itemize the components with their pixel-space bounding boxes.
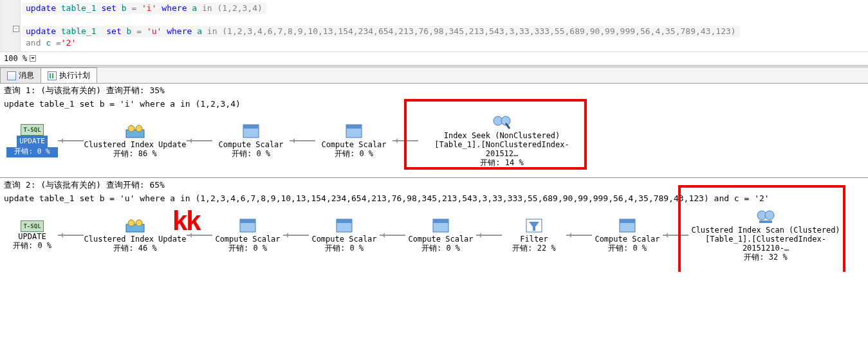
plan-node-name: Compute Scalar: [309, 235, 380, 244]
tab-messages-label: 消息: [19, 70, 34, 81]
query1-header-line2: update table_1 set b = 'i' where a in (1…: [0, 97, 868, 111]
plan-node-compute-scalar[interactable]: Compute Scalar 开销: 0 %: [212, 123, 290, 158]
plan-node-name: Clustered Index Update: [84, 235, 187, 244]
plan-node-compute-scalar[interactable]: Compute Scalar 开销: 0 %: [309, 218, 380, 253]
zoom-bar: 100 %: [0, 51, 868, 65]
query-block-1: 查询 1: (与该批有关的) 查询开销: 35% update table_1 …: [0, 84, 868, 178]
svg-rect-20: [620, 219, 635, 223]
sql-line-1[interactable]: update table_1 set b = 'i' where a in (1…: [22, 3, 266, 14]
plan-arrow-icon: [58, 134, 84, 147]
compute-scalar-icon: [237, 218, 258, 233]
plan-node-name: Clustered Index Scan (Clustered): [688, 226, 843, 235]
plan-node-cost: 开销: 0 %: [212, 149, 290, 158]
plan-node-name: Compute Scalar: [212, 235, 283, 244]
tsql-icon: T-SQL: [21, 220, 43, 232]
plan-arrow-icon: [663, 229, 688, 242]
plan-node-name: Compute Scalar: [315, 140, 392, 149]
messages-icon: [7, 71, 16, 80]
plan-node-update[interactable]: T-SQL UPDATE 开销: 0 %: [6, 220, 58, 250]
compute-scalar-icon: [241, 123, 261, 139]
compute-scalar-icon: [430, 218, 451, 233]
plan-node-clustered-scan[interactable]: Clustered Index Scan (Clustered) [Table_…: [688, 209, 843, 262]
plan-node-cost: 开销: 14 %: [418, 158, 586, 167]
sql-editor[interactable]: - update table_1 set b = 'i' where a in …: [0, 0, 868, 51]
plan-node-cost: 开销: 0 %: [315, 149, 392, 158]
plan-node-compute-scalar[interactable]: Compute Scalar 开销: 0 %: [315, 123, 392, 158]
plan-node-cost: 开销: 0 %: [6, 147, 58, 157]
compute-scalar-icon: [334, 218, 355, 233]
execution-plan-icon: [48, 71, 57, 80]
plan-node-cost: 开销: 22 %: [502, 244, 566, 253]
query2-header-line2: update table_1 set b = 'u' where a in (1…: [0, 192, 868, 205]
collapse-icon[interactable]: -: [13, 26, 19, 32]
execution-plan-panel[interactable]: 查询 1: (与该批有关的) 查询开销: 35% update table_1 …: [0, 84, 868, 272]
update-label: UPDATE: [17, 136, 48, 147]
svg-point-2: [136, 125, 142, 132]
svg-rect-6: [346, 125, 362, 129]
plan-node-sub: [Table_1].[NonClusteredIndex-201512…: [418, 140, 586, 158]
clustered-update-icon: [125, 123, 145, 139]
query2-header-line1: 查询 2: (与该批有关的) 查询开销: 65%: [0, 178, 868, 192]
compute-scalar-icon: [617, 218, 638, 233]
editor-gutter: -: [3, 0, 21, 51]
plan-node-clustered-update[interactable]: Clustered Index Update 开销: 46 %: [84, 218, 187, 253]
sql-line-3[interactable]: and c ='2': [22, 37, 868, 49]
plan-node-name: Index Seek (NonClustered): [418, 131, 586, 140]
svg-point-1: [128, 125, 134, 132]
query2-plan-row: T-SQL UPDATE 开销: 0 % Clustered Index Upd…: [0, 205, 868, 265]
plan-node-sub: [Table_1].[ClusteredIndex-20151210-…: [688, 235, 843, 253]
tab-messages[interactable]: 消息: [0, 67, 41, 83]
plan-node-compute-scalar[interactable]: Compute Scalar 开销: 0 %: [212, 218, 283, 253]
plan-node-compute-scalar[interactable]: Compute Scalar 开销: 0 %: [592, 218, 663, 253]
sql-line-2[interactable]: update table_1 set b = 'u' where a in (1…: [22, 26, 740, 37]
svg-rect-4: [243, 125, 259, 129]
plan-node-cost: 开销: 0 %: [309, 244, 380, 253]
query1-header-line1: 查询 1: (与该批有关的) 查询开销: 35%: [0, 84, 868, 97]
plan-arrow-icon: [392, 134, 418, 147]
plan-node-cost: 开销: 86 %: [84, 149, 187, 158]
plan-node-clustered-update[interactable]: Clustered Index Update 开销: 86 %: [84, 123, 187, 158]
svg-rect-15: [337, 219, 352, 223]
plan-node-cost: 开销: 0 %: [592, 244, 663, 253]
plan-arrow-icon: [58, 229, 84, 242]
plan-node-name: Compute Scalar: [405, 235, 476, 244]
svg-point-22: [765, 211, 774, 220]
plan-node-cost: 开销: 32 %: [688, 253, 843, 262]
plan-arrow-icon: [283, 229, 309, 242]
query-block-2: 查询 2: (与该批有关的) 查询开销: 65% update table_1 …: [0, 178, 868, 272]
tab-execution-plan[interactable]: 执行计划: [41, 67, 97, 83]
plan-arrow-icon: [566, 229, 592, 242]
zoom-dropdown-icon[interactable]: [30, 55, 36, 62]
svg-rect-17: [433, 219, 448, 223]
compute-scalar-icon: [344, 123, 364, 139]
svg-point-11: [136, 220, 142, 226]
svg-point-10: [128, 220, 134, 226]
plan-node-cost: 开销: 0 %: [6, 241, 58, 250]
plan-arrow-icon: [476, 229, 502, 242]
plan-node-compute-scalar[interactable]: Compute Scalar 开销: 0 %: [405, 218, 476, 253]
plan-arrow-icon: [290, 134, 315, 147]
plan-node-name: Filter: [502, 235, 566, 244]
plan-node-name: Compute Scalar: [592, 235, 663, 244]
filter-icon: [524, 218, 544, 233]
plan-arrow-icon: [187, 229, 212, 242]
plan-arrow-icon: [380, 229, 405, 242]
plan-node-cost: 开销: 46 %: [84, 244, 187, 253]
plan-node-name: Compute Scalar: [212, 140, 290, 149]
zoom-level: 100 %: [4, 54, 27, 63]
svg-rect-23: [759, 220, 772, 223]
query1-plan-row: T-SQL UPDATE 开销: 0 % Clustered Index Upd…: [0, 111, 868, 171]
update-label: UPDATE: [6, 232, 58, 241]
plan-node-index-seek[interactable]: Index Seek (NonClustered) [Table_1].[Non…: [418, 114, 586, 167]
plan-node-update[interactable]: T-SQL UPDATE 开销: 0 %: [6, 124, 58, 157]
plan-node-name: Clustered Index Update: [84, 140, 187, 149]
clustered-scan-icon: [755, 209, 776, 224]
plan-node-filter[interactable]: Filter 开销: 22 %: [502, 218, 566, 253]
plan-node-cost: 开销: 0 %: [212, 244, 283, 253]
index-seek-icon: [492, 114, 512, 130]
plan-arrow-icon: [187, 134, 212, 147]
clustered-update-icon: [125, 218, 145, 233]
tsql-icon: T-SQL: [21, 124, 43, 136]
results-tab-strip: 消息 执行计划: [0, 67, 868, 84]
svg-rect-13: [240, 219, 255, 223]
